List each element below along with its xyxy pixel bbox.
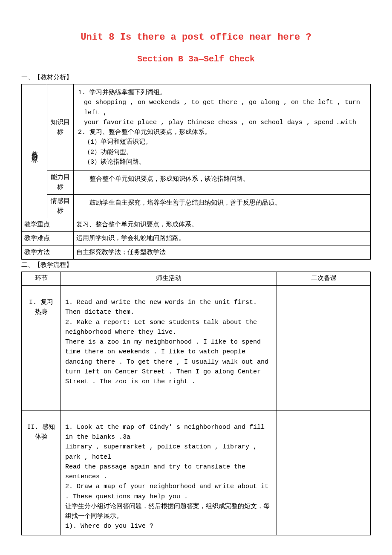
table-row: 教学方法 自主探究教学法；任务型教学法 [22,246,371,259]
table-row: II. 感知 体验 1. Look at the map of Cindy' s… [22,410,371,535]
table-row: 环节 师生活动 二次备课 [22,272,371,285]
flow-header-activity: 师生活动 [61,272,277,285]
table-row: I. 复习 热身 1. Read and write the new words… [22,286,371,410]
table-row: 教学难点 运用所学知识，学会礼貌地问路指路。 [22,232,371,246]
knowledge-goal-content: 1. 学习并熟练掌握下列词组。 go shopping , on weekend… [74,84,371,171]
knowledge-goal-label: 知识目标 [47,84,74,171]
flow-header-stage: 环节 [22,272,61,285]
keypoint-content: 复习、整合整个单元知识要点，形成体系。 [74,218,371,232]
method-label: 教学方法 [22,246,74,259]
page-subtitle: Section B 3a—Self Check [21,52,371,66]
flow-table: 环节 师生活动 二次备课 I. 复习 热身 1. Read and write … [21,272,371,535]
ability-goal-label: 能力目标 [47,171,74,195]
flow1-notes [277,286,371,410]
flow2-label: II. 感知 体验 [22,410,61,535]
ability-goal-content: 整合整个单元知识要点，形成知识体系，谈论指路问路。 [74,171,371,195]
section-header-flow: 二、【教学流程】 [21,260,371,272]
analysis-table: 教学目标 知识目标 1. 学习并熟练掌握下列词组。 go shopping , … [21,84,371,260]
goals-row-label: 教学目标 [22,84,47,218]
flow-header-notes: 二次备课 [277,272,371,285]
emotion-goal-label: 情感目标 [47,194,74,218]
flow1-label: I. 复习 热身 [22,286,61,410]
difficulty-label: 教学难点 [22,232,74,246]
table-row: 情感目标 鼓励学生自主探究，培养学生善于总结归纳知识，善于反思的品质。 [22,194,371,218]
table-row: 能力目标 整合整个单元知识要点，形成知识体系，谈论指路问路。 [22,171,371,195]
flow2-notes [277,410,371,535]
difficulty-content: 运用所学知识，学会礼貌地问路指路。 [74,232,371,246]
table-row: 教学目标 知识目标 1. 学习并熟练掌握下列词组。 go shopping , … [22,84,371,171]
emotion-goal-content: 鼓励学生自主探究，培养学生善于总结归纳知识，善于反思的品质。 [74,194,371,218]
flow1-content: 1. Read and write the new words in the u… [61,286,277,410]
page-title: Unit 8 Is there a post office near here … [21,30,371,45]
keypoint-label: 教学重点 [22,218,74,232]
section-header-analysis: 一、【教材分析】 [21,72,371,84]
method-content: 自主探究教学法；任务型教学法 [74,246,371,259]
table-row: 教学重点 复习、整合整个单元知识要点，形成体系。 [22,218,371,232]
flow2-content: 1. Look at the map of Cindy' s neighborh… [61,410,277,535]
